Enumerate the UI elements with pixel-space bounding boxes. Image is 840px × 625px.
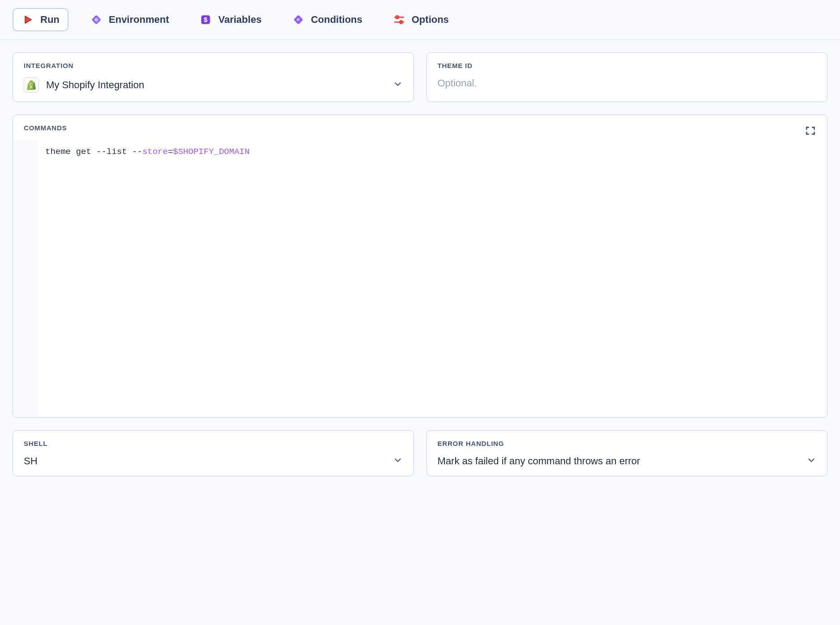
commands-label: COMMANDS <box>24 124 67 132</box>
theme-id-input[interactable] <box>438 77 817 89</box>
tab-run[interactable]: Run <box>13 8 69 31</box>
integration-label: INTEGRATION <box>24 62 403 69</box>
line-gutter <box>13 140 38 417</box>
expand-button[interactable] <box>803 123 818 140</box>
theme-id-label: THEME ID <box>438 62 817 69</box>
tab-label: Variables <box>218 14 262 26</box>
svg-point-7 <box>396 16 399 19</box>
error-handling-card: ERROR HANDLING Mark as failed if any com… <box>426 430 828 476</box>
shell-select[interactable]: SH <box>24 455 403 467</box>
toolbar: Run Environment $ Variables IF Condition… <box>0 0 840 40</box>
tab-label: Environment <box>109 14 169 26</box>
svg-text:$: $ <box>204 16 208 23</box>
chevron-down-icon <box>393 79 403 91</box>
svg-point-9 <box>400 21 403 23</box>
dollar-box-icon: $ <box>199 13 212 26</box>
tab-label: Conditions <box>311 14 362 26</box>
svg-text:IF: IF <box>297 17 300 22</box>
play-icon <box>22 13 34 26</box>
content-area: INTEGRATION My Shopify Integration <box>0 40 840 489</box>
tab-label: Run <box>40 14 60 26</box>
error-handling-select[interactable]: Mark as failed if any command throws an … <box>438 455 817 467</box>
shell-label: SHELL <box>24 440 403 447</box>
code-body[interactable]: theme get --list --store=$SHOPIFY_DOMAIN <box>38 140 827 417</box>
diamond-icon <box>90 13 103 26</box>
shopify-icon <box>24 77 39 93</box>
chevron-down-icon <box>393 455 403 467</box>
tab-conditions[interactable]: IF Conditions <box>283 8 371 31</box>
integration-select[interactable]: My Shopify Integration <box>24 77 403 93</box>
shell-value: SH <box>24 455 38 467</box>
commands-card: COMMANDS theme get --list --store=$SHOPI… <box>13 115 827 418</box>
code-editor[interactable]: theme get --list --store=$SHOPIFY_DOMAIN <box>13 140 827 417</box>
expand-icon <box>805 131 816 138</box>
if-diamond-icon: IF <box>292 13 305 26</box>
tab-label: Options <box>412 14 449 26</box>
integration-value: My Shopify Integration <box>46 79 144 91</box>
error-handling-value: Mark as failed if any command throws an … <box>438 455 640 467</box>
tab-variables[interactable]: $ Variables <box>190 8 271 31</box>
theme-id-card: THEME ID <box>426 52 828 102</box>
tab-options[interactable]: Options <box>384 8 458 31</box>
shell-card: SHELL SH <box>13 430 414 476</box>
error-handling-label: ERROR HANDLING <box>438 440 817 447</box>
sliders-icon <box>393 13 405 26</box>
integration-card: INTEGRATION My Shopify Integration <box>13 52 414 102</box>
tab-environment[interactable]: Environment <box>81 8 178 31</box>
chevron-down-icon <box>806 455 816 467</box>
